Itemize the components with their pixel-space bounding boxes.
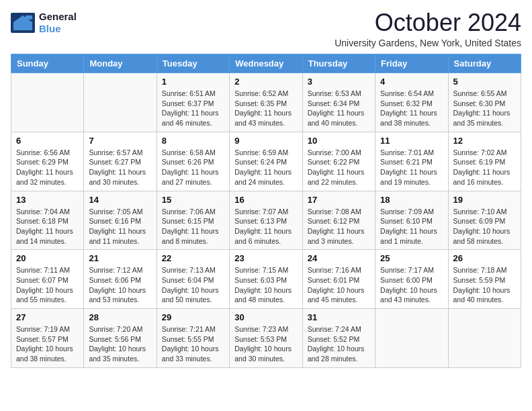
weekday-header: Sunday bbox=[11, 54, 84, 73]
day-number: 13 bbox=[16, 195, 79, 205]
calendar-day-cell: 19Sunrise: 7:10 AMSunset: 6:09 PMDayligh… bbox=[448, 191, 521, 250]
day-number: 7 bbox=[89, 136, 151, 146]
title-section: October 2024 University Gardens, New Yor… bbox=[335, 11, 521, 48]
calendar-day-cell: 4Sunrise: 6:54 AMSunset: 6:32 PMDaylight… bbox=[375, 73, 448, 132]
day-info: Sunrise: 7:04 AMSunset: 6:18 PMDaylight:… bbox=[16, 207, 79, 246]
day-number: 2 bbox=[234, 77, 297, 87]
day-info: Sunrise: 7:05 AMSunset: 6:16 PMDaylight:… bbox=[89, 207, 151, 246]
calendar-day-cell bbox=[448, 309, 521, 368]
weekday-header: Monday bbox=[84, 54, 157, 73]
day-number: 29 bbox=[162, 312, 224, 322]
calendar-day-cell: 5Sunrise: 6:55 AMSunset: 6:30 PMDaylight… bbox=[448, 73, 521, 132]
calendar-day-cell: 26Sunrise: 7:18 AMSunset: 5:59 PMDayligh… bbox=[448, 250, 521, 309]
day-number: 14 bbox=[89, 195, 151, 205]
page-header: General Blue October 2024 University Gar… bbox=[11, 11, 521, 48]
day-info: Sunrise: 7:01 AMSunset: 6:21 PMDaylight:… bbox=[380, 148, 443, 187]
day-info: Sunrise: 7:19 AMSunset: 5:57 PMDaylight:… bbox=[16, 324, 79, 364]
day-number: 6 bbox=[16, 136, 79, 146]
calendar-week-row: 20Sunrise: 7:11 AMSunset: 6:07 PMDayligh… bbox=[11, 250, 521, 309]
calendar-day-cell: 1Sunrise: 6:51 AMSunset: 6:37 PMDaylight… bbox=[157, 73, 229, 132]
day-info: Sunrise: 7:15 AMSunset: 6:03 PMDaylight:… bbox=[234, 265, 297, 305]
day-number: 18 bbox=[380, 195, 443, 205]
day-info: Sunrise: 6:52 AMSunset: 6:35 PMDaylight:… bbox=[234, 89, 297, 128]
calendar-day-cell bbox=[84, 73, 157, 132]
svg-marker-2 bbox=[26, 15, 32, 19]
day-info: Sunrise: 7:06 AMSunset: 6:15 PMDaylight:… bbox=[162, 207, 224, 246]
day-info: Sunrise: 7:18 AMSunset: 5:59 PMDaylight:… bbox=[453, 265, 516, 305]
day-number: 19 bbox=[453, 195, 516, 205]
weekday-header: Wednesday bbox=[230, 54, 302, 73]
calendar-day-cell: 31Sunrise: 7:24 AMSunset: 5:52 PMDayligh… bbox=[302, 309, 375, 368]
weekday-header: Tuesday bbox=[157, 54, 229, 73]
day-info: Sunrise: 7:00 AMSunset: 6:22 PMDaylight:… bbox=[308, 148, 370, 187]
day-info: Sunrise: 6:56 AMSunset: 6:29 PMDaylight:… bbox=[16, 148, 79, 187]
day-number: 15 bbox=[162, 195, 224, 205]
day-number: 27 bbox=[16, 312, 79, 322]
calendar-day-cell bbox=[375, 309, 448, 368]
day-number: 3 bbox=[308, 77, 370, 87]
calendar-day-cell: 28Sunrise: 7:20 AMSunset: 5:56 PMDayligh… bbox=[84, 309, 157, 368]
day-number: 24 bbox=[308, 253, 370, 263]
calendar-day-cell: 29Sunrise: 7:21 AMSunset: 5:55 PMDayligh… bbox=[157, 309, 229, 368]
day-info: Sunrise: 7:20 AMSunset: 5:56 PMDaylight:… bbox=[89, 324, 151, 364]
day-number: 17 bbox=[308, 195, 370, 205]
calendar-day-cell: 11Sunrise: 7:01 AMSunset: 6:21 PMDayligh… bbox=[375, 132, 448, 191]
weekday-header: Friday bbox=[375, 54, 448, 73]
day-number: 28 bbox=[89, 312, 151, 322]
day-info: Sunrise: 7:08 AMSunset: 6:12 PMDaylight:… bbox=[308, 207, 370, 246]
calendar-day-cell: 23Sunrise: 7:15 AMSunset: 6:03 PMDayligh… bbox=[230, 250, 302, 309]
day-info: Sunrise: 6:54 AMSunset: 6:32 PMDaylight:… bbox=[380, 89, 443, 128]
location-subtitle: University Gardens, New York, United Sta… bbox=[335, 38, 521, 48]
calendar-week-row: 27Sunrise: 7:19 AMSunset: 5:57 PMDayligh… bbox=[11, 309, 521, 368]
day-info: Sunrise: 7:11 AMSunset: 6:07 PMDaylight:… bbox=[16, 265, 79, 305]
day-number: 10 bbox=[308, 136, 370, 146]
day-number: 26 bbox=[453, 253, 516, 263]
day-number: 21 bbox=[89, 253, 151, 263]
calendar-day-cell: 14Sunrise: 7:05 AMSunset: 6:16 PMDayligh… bbox=[84, 191, 157, 250]
calendar-day-cell: 7Sunrise: 6:57 AMSunset: 6:27 PMDaylight… bbox=[84, 132, 157, 191]
day-number: 16 bbox=[234, 195, 297, 205]
day-info: Sunrise: 7:16 AMSunset: 6:01 PMDaylight:… bbox=[308, 265, 370, 305]
day-number: 1 bbox=[162, 77, 224, 87]
calendar-body: 1Sunrise: 6:51 AMSunset: 6:37 PMDaylight… bbox=[11, 73, 521, 368]
day-info: Sunrise: 7:07 AMSunset: 6:13 PMDaylight:… bbox=[234, 207, 297, 246]
day-info: Sunrise: 7:13 AMSunset: 6:04 PMDaylight:… bbox=[162, 265, 224, 305]
month-title: October 2024 bbox=[335, 11, 521, 35]
logo-text: General Blue bbox=[39, 11, 77, 35]
day-number: 20 bbox=[16, 253, 79, 263]
calendar-day-cell: 6Sunrise: 6:56 AMSunset: 6:29 PMDaylight… bbox=[11, 132, 84, 191]
calendar-day-cell: 8Sunrise: 6:58 AMSunset: 6:26 PMDaylight… bbox=[157, 132, 229, 191]
weekday-header: Thursday bbox=[302, 54, 375, 73]
day-info: Sunrise: 6:53 AMSunset: 6:34 PMDaylight:… bbox=[308, 89, 370, 128]
day-number: 31 bbox=[308, 312, 370, 322]
calendar-day-cell: 16Sunrise: 7:07 AMSunset: 6:13 PMDayligh… bbox=[230, 191, 302, 250]
calendar-day-cell: 22Sunrise: 7:13 AMSunset: 6:04 PMDayligh… bbox=[157, 250, 229, 309]
calendar-day-cell: 13Sunrise: 7:04 AMSunset: 6:18 PMDayligh… bbox=[11, 191, 84, 250]
day-info: Sunrise: 7:24 AMSunset: 5:52 PMDaylight:… bbox=[308, 324, 370, 364]
day-info: Sunrise: 6:59 AMSunset: 6:24 PMDaylight:… bbox=[234, 148, 297, 187]
day-number: 9 bbox=[234, 136, 297, 146]
day-info: Sunrise: 6:58 AMSunset: 6:26 PMDaylight:… bbox=[162, 148, 224, 187]
calendar-day-cell: 24Sunrise: 7:16 AMSunset: 6:01 PMDayligh… bbox=[302, 250, 375, 309]
day-number: 25 bbox=[380, 253, 443, 263]
calendar-header: SundayMondayTuesdayWednesdayThursdayFrid… bbox=[11, 54, 521, 73]
day-number: 30 bbox=[234, 312, 297, 322]
calendar-day-cell: 3Sunrise: 6:53 AMSunset: 6:34 PMDaylight… bbox=[302, 73, 375, 132]
day-number: 22 bbox=[162, 253, 224, 263]
calendar-day-cell: 21Sunrise: 7:12 AMSunset: 6:06 PMDayligh… bbox=[84, 250, 157, 309]
calendar-day-cell: 18Sunrise: 7:09 AMSunset: 6:10 PMDayligh… bbox=[375, 191, 448, 250]
day-number: 12 bbox=[453, 136, 516, 146]
day-info: Sunrise: 7:21 AMSunset: 5:55 PMDaylight:… bbox=[162, 324, 224, 364]
day-info: Sunrise: 7:23 AMSunset: 5:53 PMDaylight:… bbox=[234, 324, 297, 364]
day-number: 23 bbox=[234, 253, 297, 263]
calendar-day-cell: 20Sunrise: 7:11 AMSunset: 6:07 PMDayligh… bbox=[11, 250, 84, 309]
weekday-header: Saturday bbox=[448, 54, 521, 73]
calendar-day-cell: 10Sunrise: 7:00 AMSunset: 6:22 PMDayligh… bbox=[302, 132, 375, 191]
calendar-day-cell: 30Sunrise: 7:23 AMSunset: 5:53 PMDayligh… bbox=[230, 309, 302, 368]
day-info: Sunrise: 7:02 AMSunset: 6:19 PMDaylight:… bbox=[453, 148, 516, 187]
calendar-day-cell: 9Sunrise: 6:59 AMSunset: 6:24 PMDaylight… bbox=[230, 132, 302, 191]
day-info: Sunrise: 7:12 AMSunset: 6:06 PMDaylight:… bbox=[89, 265, 151, 305]
day-info: Sunrise: 7:10 AMSunset: 6:09 PMDaylight:… bbox=[453, 207, 516, 246]
calendar-day-cell: 17Sunrise: 7:08 AMSunset: 6:12 PMDayligh… bbox=[302, 191, 375, 250]
calendar-day-cell bbox=[11, 73, 84, 132]
